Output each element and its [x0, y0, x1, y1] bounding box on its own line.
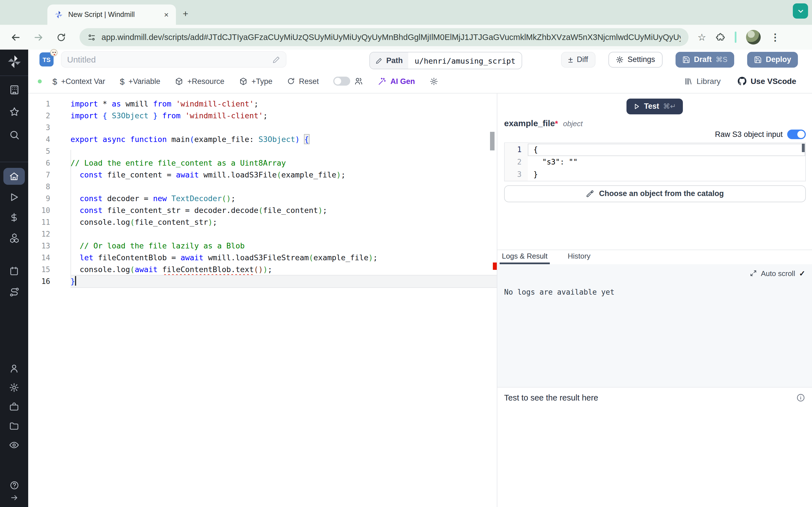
multiplayer-toggle[interactable]: [334, 77, 363, 86]
profile-avatar[interactable]: [746, 30, 761, 45]
sidebar-item-settings[interactable]: [0, 383, 28, 393]
package-icon: [239, 77, 248, 86]
sidebar-item-runs[interactable]: [0, 192, 28, 202]
code-line[interactable]: 13 // Or load the file lazily as a Blob: [28, 240, 497, 252]
code-line[interactable]: 14 let fileContentBlob = await wmill.loa…: [28, 252, 497, 264]
code-line[interactable]: 1import * as wmill from 'windmill-client…: [28, 98, 497, 110]
bookmark-star-icon[interactable]: ☆: [698, 31, 706, 43]
add-variable-button[interactable]: $ +Variable: [120, 76, 160, 86]
result-placeholder: Test to see the result here: [504, 393, 598, 402]
code-line[interactable]: 5: [28, 145, 497, 157]
dollar-icon: $: [120, 76, 124, 86]
json-input-editor[interactable]: 1{2 "s3": ""3}: [504, 143, 806, 181]
code-line[interactable]: 6// Load the entire file_content as a Ui…: [28, 157, 497, 169]
sidebar-item-search[interactable]: [0, 129, 28, 140]
code-line[interactable]: 3: [28, 122, 497, 133]
address-bar[interactable]: app.windmill.dev/scripts/add#JTdCJTIyaGF…: [80, 28, 689, 46]
choose-object-button[interactable]: Choose an object from the catalog: [504, 185, 806, 202]
extensions-icon[interactable]: [716, 33, 725, 42]
help-icon[interactable]: [0, 481, 28, 490]
summary-input[interactable]: Untitled: [61, 52, 287, 68]
line-number: 1: [505, 144, 528, 156]
reset-button[interactable]: Reset: [287, 77, 319, 86]
line-number: 8: [28, 181, 50, 193]
gear-icon: [430, 77, 438, 86]
code-line[interactable]: 11 console.log(file_content_str);: [28, 216, 497, 228]
edit-pencil-icon[interactable]: [272, 56, 280, 64]
windmill-logo-icon[interactable]: [0, 54, 28, 69]
code-line[interactable]: 12: [28, 228, 497, 240]
indent-guide: [70, 150, 71, 280]
code-line[interactable]: 10 const file_content_str = decoder.deco…: [28, 205, 497, 216]
test-button[interactable]: Test ⌘↵: [626, 99, 683, 114]
tab-close-icon[interactable]: ×: [161, 10, 171, 19]
line-number: 16: [28, 276, 50, 287]
tab-logs-result[interactable]: Logs & Result: [500, 250, 550, 264]
line-number: 5: [28, 145, 50, 157]
sidebar-item-users[interactable]: [0, 363, 28, 374]
add-resource-button[interactable]: +Resource: [175, 77, 224, 86]
info-icon[interactable]: [796, 393, 805, 402]
sidebar-item-home[interactable]: [0, 168, 28, 185]
raw-s3-toggle[interactable]: [787, 129, 806, 139]
editor-settings-button[interactable]: [430, 77, 438, 86]
code-line[interactable]: 2 "s3": "": [505, 156, 805, 168]
sidebar-item-workspace[interactable]: [0, 84, 28, 95]
sidebar-item-resources[interactable]: [0, 233, 28, 243]
path-field[interactable]: Path u/henri/amusing_script: [369, 52, 522, 69]
library-button[interactable]: Library: [684, 77, 721, 86]
browser-menu-icon[interactable]: ⋮: [770, 31, 780, 43]
dollar-icon: $: [52, 76, 57, 86]
auto-scroll-control[interactable]: Auto scroll ✓: [750, 269, 805, 278]
back-icon[interactable]: [10, 32, 21, 43]
line-number: 14: [28, 252, 50, 264]
forward-icon[interactable]: [33, 32, 44, 43]
line-number: 4: [28, 133, 50, 145]
code-line[interactable]: 3}: [505, 168, 805, 181]
use-vscode-button[interactable]: Use VScode: [738, 77, 796, 86]
toggle-off[interactable]: [334, 77, 350, 86]
pipette-icon: [586, 190, 594, 198]
diff-button[interactable]: ± Diff: [561, 52, 596, 68]
code-line[interactable]: 7 const file_content = await wmill.loadS…: [28, 169, 497, 181]
site-settings-icon[interactable]: [87, 33, 96, 41]
code-line[interactable]: 2import { S3Object } from 'windmill-clie…: [28, 110, 497, 122]
code-line[interactable]: 16}: [28, 276, 497, 287]
settings-button[interactable]: Settings: [608, 52, 663, 68]
kid-emoji-badge: [50, 49, 57, 57]
add-type-button[interactable]: +Type: [239, 77, 272, 86]
new-tab-button[interactable]: +: [183, 8, 188, 20]
sidebar-item-variables[interactable]: [0, 212, 28, 223]
tab-search-button[interactable]: [793, 3, 808, 18]
path-value: u/henri/amusing_script: [409, 52, 522, 69]
magic-wand-icon: [378, 77, 387, 86]
expand-sidebar-icon[interactable]: [0, 494, 28, 502]
code-line[interactable]: 15 console.log(await fileContentBlob.tex…: [28, 264, 497, 276]
line-number: 3: [28, 122, 50, 133]
add-context-var-button[interactable]: $ +Context Var: [52, 76, 105, 86]
side-panel-divider: [735, 32, 737, 43]
sidebar-item-flows[interactable]: [0, 287, 28, 297]
sidebar-item-workers[interactable]: [0, 402, 28, 412]
reload-icon[interactable]: [56, 33, 66, 42]
ai-gen-button[interactable]: AI Gen: [378, 77, 415, 86]
result-panel: Test to see the result here: [497, 387, 812, 402]
json-scrollbar[interactable]: [802, 144, 805, 152]
line-number: 12: [28, 228, 50, 240]
editor-scrollbar[interactable]: [490, 132, 495, 151]
sidebar-item-favorites[interactable]: [0, 107, 28, 117]
code-line[interactable]: 1{: [505, 144, 805, 156]
tab-history[interactable]: History: [557, 250, 602, 264]
preview-panel: Test ⌘↵ example_file * object Raw S3 obj…: [497, 94, 812, 507]
sidebar-item-audit-logs[interactable]: [0, 440, 28, 450]
line-number: 7: [28, 169, 50, 181]
draft-button[interactable]: Draft ⌘S: [675, 52, 734, 68]
sidebar-item-folders[interactable]: [0, 421, 28, 431]
code-line[interactable]: 8: [28, 181, 497, 193]
deploy-button[interactable]: Deploy: [747, 52, 798, 68]
sidebar-item-schedules[interactable]: [0, 266, 28, 276]
code-line[interactable]: 9 const decoder = new TextDecoder();: [28, 193, 497, 205]
code-editor[interactable]: 1import * as wmill from 'windmill-client…: [28, 94, 497, 507]
code-line[interactable]: 4export async function main(example_file…: [28, 133, 497, 145]
browser-tab[interactable]: New Script | Windmill ×: [47, 4, 176, 25]
